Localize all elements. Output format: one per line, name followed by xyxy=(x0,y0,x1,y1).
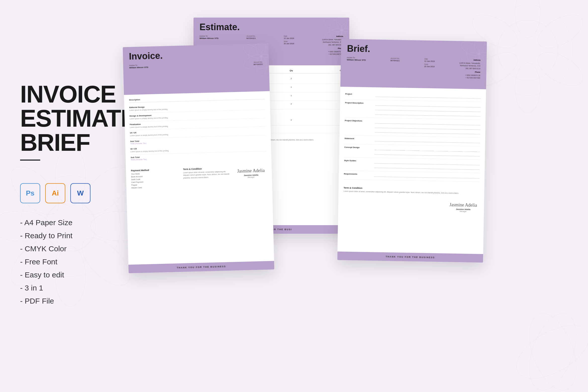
illustrator-icon: Ai xyxy=(45,183,65,203)
left-panel: INVOICE ESTIMATE BRIEF Ps Ai W - A4 Pape… xyxy=(0,0,141,392)
brief-title: Brief. xyxy=(347,44,481,55)
brief-header: Brief. Involve To: William Winsor STD Ac… xyxy=(340,39,487,89)
feature-cmyk: - CMYK Color xyxy=(20,244,121,253)
main-title: INVOICE ESTIMATE BRIEF xyxy=(20,82,121,155)
feature-pdf: - PDF File xyxy=(20,297,121,305)
invoice-signature: Jasmine Adelia Jasmine Adelia Manager xyxy=(235,166,267,187)
software-icons: Ps Ai W xyxy=(20,183,121,203)
invoice-footer: THANK YOU FOR THE BUSINESS xyxy=(128,261,274,273)
svg-point-33 xyxy=(256,56,267,76)
photoshop-icon: Ps xyxy=(20,183,40,203)
features-list: - A4 Paper Size - Ready to Print - CMYK … xyxy=(20,218,121,310)
feature-edit: - Easy to edit xyxy=(20,271,121,279)
brief-field-project-desc: Project Description xyxy=(345,100,481,120)
brief-account: Account No. 987654321 xyxy=(390,57,400,62)
payment-method: Payment Method Your Bank Bank Account Sw… xyxy=(131,168,179,189)
brief-involve: Involve To: William Winsor STD xyxy=(347,57,366,61)
feature-a4: - A4 Paper Size xyxy=(20,218,121,227)
title-block: INVOICE ESTIMATE BRIEF xyxy=(20,82,121,173)
brief-document: Brief. Involve To: William Winsor STD Ac… xyxy=(337,39,487,263)
docs-area: Estimate. Involve To: William Winsor STD… xyxy=(121,15,578,377)
estimate-account: Account No. 987654321 xyxy=(247,35,256,39)
invoice-terms: Term & Condition Lorem ipsum dolor sit a… xyxy=(183,167,231,188)
invoice-involve: Involve To: William Winsor STD xyxy=(129,64,148,69)
estimate-dates: Date 12 Jun 2019 Issue 20 Jun 2019 xyxy=(284,35,294,45)
invoice-account: Account No. 987654321 xyxy=(253,61,263,66)
feature-font: - Free Font xyxy=(20,258,121,266)
brief-dates: Date 12 Jun 2019 Issue 20 Jun 2019 xyxy=(424,58,435,68)
estimate-address: Address 1185 th Street, Yellowknife, Nor… xyxy=(322,35,343,56)
brief-address: Address 1185 th Street, Yellowknife, Nor… xyxy=(459,59,481,79)
title-divider xyxy=(20,160,40,161)
word-icon: W xyxy=(70,183,90,203)
estimate-title: Estimate. xyxy=(200,23,343,32)
feature-3in1: - 3 in 1 xyxy=(20,284,121,292)
brief-field-objectives: Project Objectives xyxy=(345,117,480,137)
feature-print: - Ready to Print xyxy=(20,231,121,240)
brief-field-style: Style Guides xyxy=(344,157,480,173)
brief-signature: Jasmine Adelia Jasmine Adelia Manager xyxy=(447,200,479,214)
invoice-document: Invoice. Involve To: William Winsor STD … xyxy=(123,43,274,273)
brief-signature-row: Jasmine Adelia Jasmine Adelia Manager xyxy=(338,195,484,217)
brief-body: Project Project Description Project Obje… xyxy=(339,87,486,186)
brief-footer: THANK YOU FOR THE BUSINESS xyxy=(337,252,483,263)
invoice-body: Description Editorial Design Lorem ipsum… xyxy=(124,91,271,166)
invoice-payment: Payment Method Your Bank Bank Account Sw… xyxy=(126,163,272,192)
invoice-header: Invoice. Involve To: William Winsor STD … xyxy=(123,43,270,95)
invoice-title: Invoice. xyxy=(129,48,263,61)
brief-field-concept: Concept Design xyxy=(344,144,480,160)
estimate-involve: Involve To: William Winsor STD xyxy=(200,35,218,39)
